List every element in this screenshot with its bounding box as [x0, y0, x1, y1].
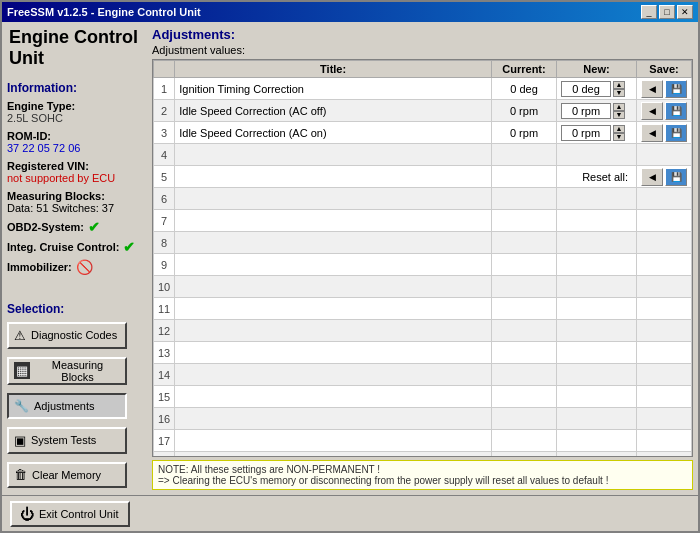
diagnostic-codes-button[interactable]: ⚠ Diagnostic Codes	[7, 322, 127, 348]
row-save	[637, 408, 692, 430]
row-new	[557, 342, 637, 364]
reset-all-store-button[interactable]: 💾	[665, 168, 687, 186]
table-header-row: Title: Current: New: Save:	[154, 61, 692, 78]
main-window: FreeSSM v1.2.5 - Engine Control Unit _ □…	[0, 0, 700, 533]
row-save[interactable]: ◀💾	[637, 78, 692, 100]
table-row: 6	[154, 188, 692, 210]
table-row: 17	[154, 430, 692, 452]
save-apply-button[interactable]: ◀	[641, 80, 663, 98]
adjustments-table-container[interactable]: Title: Current: New: Save: 1Ignition Tim…	[152, 59, 693, 457]
row-number: 1	[154, 78, 175, 100]
table-row: 18	[154, 452, 692, 458]
maximize-button[interactable]: □	[659, 5, 675, 19]
rom-id-value: 37 22 05 72 06	[7, 142, 142, 154]
row-number: 5	[154, 166, 175, 188]
spin-down-button[interactable]: ▼	[613, 133, 625, 141]
row-save[interactable]: ◀💾	[637, 122, 692, 144]
adj-subheader: Adjustment values:	[152, 44, 693, 56]
row-new: Reset all:	[557, 166, 637, 188]
clear-memory-label: Clear Memory	[32, 469, 101, 481]
new-value-input[interactable]	[561, 125, 611, 141]
save-apply-button[interactable]: ◀	[641, 124, 663, 142]
table-row: 15	[154, 386, 692, 408]
row-title	[175, 298, 492, 320]
row-new	[557, 430, 637, 452]
col-save: Save:	[637, 61, 692, 78]
adjustments-button[interactable]: 🔧 Adjustments	[7, 393, 127, 419]
obd2-status-icon: ✔	[88, 219, 100, 235]
row-title	[175, 386, 492, 408]
row-new[interactable]: ▲▼	[557, 100, 637, 122]
clear-memory-button[interactable]: 🗑 Clear Memory	[7, 462, 127, 488]
measuring-blocks-button[interactable]: ▦ Measuring Blocks	[7, 357, 127, 385]
row-save	[637, 144, 692, 166]
row-save	[637, 452, 692, 458]
spin-down-button[interactable]: ▼	[613, 89, 625, 97]
row-new	[557, 320, 637, 342]
row-save[interactable]: ◀💾	[637, 100, 692, 122]
row-current	[492, 386, 557, 408]
row-save	[637, 364, 692, 386]
row-number: 11	[154, 298, 175, 320]
cruise-status-icon: ✔	[123, 239, 135, 255]
row-number: 18	[154, 452, 175, 458]
registered-vin-label: Registered VIN:	[7, 160, 142, 172]
row-new[interactable]: ▲▼	[557, 122, 637, 144]
row-number: 17	[154, 430, 175, 452]
measuring-blocks-value: Data: 51 Switches: 37	[7, 202, 142, 214]
row-number: 7	[154, 210, 175, 232]
save-store-button[interactable]: 💾	[665, 124, 687, 142]
content-area: Engine Control Unit Information: Engine …	[2, 22, 698, 495]
row-save: ◀💾	[637, 166, 692, 188]
rom-id-label: ROM-ID:	[7, 130, 142, 142]
registered-vin-value: not supported by ECU	[7, 172, 142, 184]
title-bar: FreeSSM v1.2.5 - Engine Control Unit _ □…	[2, 2, 698, 22]
row-new	[557, 408, 637, 430]
save-apply-button[interactable]: ◀	[641, 102, 663, 120]
close-button[interactable]: ✕	[677, 5, 693, 19]
row-current: 0 deg	[492, 78, 557, 100]
row-number: 16	[154, 408, 175, 430]
row-number: 9	[154, 254, 175, 276]
row-current	[492, 144, 557, 166]
row-title	[175, 166, 492, 188]
row-title	[175, 452, 492, 458]
exit-button[interactable]: ⏻ Exit Control Unit	[10, 501, 130, 527]
spin-up-button[interactable]: ▲	[613, 103, 625, 111]
save-store-button[interactable]: 💾	[665, 80, 687, 98]
spin-up-button[interactable]: ▲	[613, 125, 625, 133]
save-store-button[interactable]: 💾	[665, 102, 687, 120]
note-bar: NOTE: All these settings are NON-PERMANE…	[152, 460, 693, 490]
reset-all-apply-button[interactable]: ◀	[641, 168, 663, 186]
row-new	[557, 210, 637, 232]
col-current: Current:	[492, 61, 557, 78]
spin-down-button[interactable]: ▼	[613, 111, 625, 119]
row-current	[492, 166, 557, 188]
diagnostic-codes-label: Diagnostic Codes	[31, 329, 117, 341]
cruise-row: Integ. Cruise Control: ✔	[7, 239, 142, 255]
new-value-input[interactable]	[561, 103, 611, 119]
col-num	[154, 61, 175, 78]
row-current	[492, 408, 557, 430]
row-current	[492, 298, 557, 320]
row-title	[175, 210, 492, 232]
row-new	[557, 364, 637, 386]
system-tests-button[interactable]: ▣ System Tests	[7, 427, 127, 453]
spin-up-button[interactable]: ▲	[613, 81, 625, 89]
row-current	[492, 276, 557, 298]
row-current	[492, 232, 557, 254]
table-row: 1Ignition Timing Correction0 deg▲▼◀💾	[154, 78, 692, 100]
registered-vin-row: Registered VIN: not supported by ECU	[7, 160, 142, 184]
minimize-button[interactable]: _	[641, 5, 657, 19]
measuring-blocks-label: Measuring Blocks:	[7, 190, 142, 202]
row-new[interactable]: ▲▼	[557, 78, 637, 100]
table-row: 2Idle Speed Correction (AC off)0 rpm▲▼◀💾	[154, 100, 692, 122]
row-new	[557, 298, 637, 320]
row-current	[492, 364, 557, 386]
row-new	[557, 452, 637, 458]
reset-all-label: Reset all:	[582, 171, 628, 183]
measuring-blocks-row: Measuring Blocks: Data: 51 Switches: 37	[7, 190, 142, 214]
row-current	[492, 188, 557, 210]
system-tests-label: System Tests	[31, 434, 96, 446]
new-value-input[interactable]	[561, 81, 611, 97]
